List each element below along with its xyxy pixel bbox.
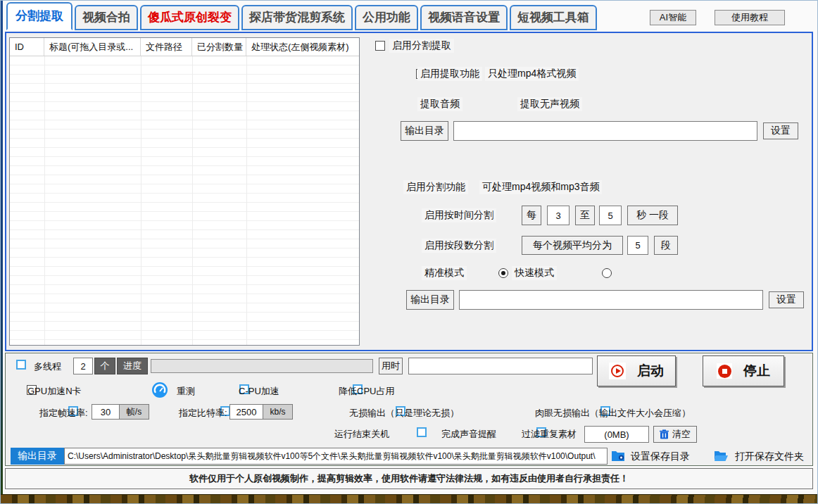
time-from-input[interactable] — [547, 206, 570, 225]
tab-common-functions[interactable]: 公用功能 — [355, 5, 418, 30]
enable-extract-label: 启用提取功能 — [417, 67, 482, 81]
grid-line — [192, 56, 193, 345]
extract-output-dir-input[interactable] — [453, 121, 757, 141]
multithread-checkbox[interactable] — [16, 360, 26, 370]
duplicate-size-box: (0MB) — [584, 426, 649, 443]
speedtest-gauge-icon[interactable] — [152, 382, 168, 401]
output-path-input[interactable] — [64, 448, 608, 465]
tab-voice-settings[interactable]: 视频语音设置 — [420, 5, 508, 30]
app-window: 分割提取 视频合拍 傻瓜式原创裂变 探店带货混剪系统 公用功能 视频语音设置 短… — [0, 0, 818, 504]
gpu-accel-label: GPU加速N卡 — [27, 385, 82, 398]
folder-open-icon[interactable] — [714, 450, 728, 465]
lossless-label: 无损输出（只是理论无损） — [349, 407, 459, 420]
extract-note-label: 只处理mp4格式视频 — [485, 67, 579, 81]
segment-unit-box: 段 — [654, 236, 678, 255]
thread-unit-button[interactable]: 个 — [94, 358, 115, 374]
tutorial-button[interactable]: 使用教程 — [715, 10, 785, 25]
folder-gear-icon[interactable] — [611, 450, 625, 465]
split-note-label: 可处理mp4视频和mp3音频 — [479, 180, 602, 194]
elapsed-time-input[interactable] — [408, 358, 593, 374]
split-output-dir-button[interactable]: 输出目录 — [406, 290, 454, 310]
clear-button-label: 清空 — [672, 428, 691, 441]
tab-video-duet[interactable]: 视频合拍 — [75, 5, 138, 30]
column-status[interactable]: 处理状态(左侧视频素材) — [246, 38, 359, 56]
shutdown-checkbox[interactable] — [417, 427, 427, 437]
segment-split-label: 启用按段数分割 — [422, 239, 496, 253]
stop-icon — [717, 363, 732, 379]
elapsed-time-label: 用时 — [379, 358, 403, 374]
avg-segments-box: 每个视频平均分为 — [522, 236, 623, 255]
filter-duplicate-label: 过滤重复素材 — [522, 428, 577, 441]
column-filepath[interactable]: 文件路径 — [141, 38, 192, 56]
segment-count-input[interactable] — [627, 236, 648, 255]
disclaimer-text: 软件仅用于个人原创视频制作，提高剪辑效率，使用软件请遵守法律法规，如有违反由使用… — [189, 472, 629, 485]
stop-button-label: 停止 — [743, 362, 770, 380]
precise-mode-radio[interactable] — [498, 268, 508, 278]
precise-mode-label: 精准模式 — [422, 266, 467, 280]
fast-mode-radio[interactable] — [602, 268, 612, 278]
output-dir-button[interactable]: 输出目录 — [11, 448, 64, 465]
extract-silent-label: 提取无声视频 — [517, 97, 582, 111]
split-output-dir-input[interactable] — [459, 290, 763, 310]
extract-output-dir-button[interactable]: 输出目录 — [401, 121, 448, 141]
enable-split-label: 启用分割功能 — [403, 180, 468, 194]
every-label-box: 每 — [522, 206, 541, 225]
bitrate-label: 指定比特率: — [179, 407, 227, 420]
multithread-label: 多线程 — [34, 360, 61, 373]
cpu-accel-label: C-PU加速 — [239, 385, 279, 398]
file-table-body[interactable] — [10, 56, 359, 345]
time-to-input[interactable] — [599, 206, 622, 225]
shutdown-label: 运行结束关机 — [334, 428, 389, 441]
file-table-header: ID 标题(可拖入目录或... 文件路径 已分割数量 处理状态(左侧视频素材) — [10, 38, 359, 56]
enable-split-extract-label: 启用分割提取 — [389, 39, 454, 53]
column-id[interactable]: ID — [10, 38, 44, 56]
split-settings-button[interactable]: 设置 — [769, 291, 804, 308]
disclaimer-bar: 软件仅用于个人原创视频制作，提高剪辑效率，使用软件请遵守法律法规，如有违反由使用… — [5, 468, 813, 489]
visual-lossless-label: 肉眼无损输出（输出文件大小会压缩） — [535, 407, 691, 420]
tab-bar: 分割提取 视频合拍 傻瓜式原创裂变 探店带货混剪系统 公用功能 视频语音设置 短… — [6, 4, 597, 30]
enable-split-extract-checkbox[interactable] — [375, 41, 385, 51]
desktop-wallpaper-strip — [1, 494, 818, 504]
column-title[interactable]: 标题(可拖入目录或... — [44, 38, 141, 56]
grid-line — [246, 56, 247, 345]
trash-icon — [660, 429, 669, 439]
extract-settings-button[interactable]: 设置 — [763, 122, 798, 139]
retest-label[interactable]: 重测 — [177, 385, 195, 398]
window-left-border — [1, 1, 3, 504]
column-split-count[interactable]: 已分割数量 — [192, 38, 246, 56]
bitrate-unit-box: kb/s — [263, 404, 293, 420]
start-button[interactable]: 启动 — [597, 355, 676, 386]
tab-split-extract[interactable]: 分割提取 — [6, 2, 73, 30]
clear-button[interactable]: 清空 — [653, 426, 697, 443]
progress-bar — [151, 359, 373, 373]
open-save-folder-label[interactable]: 打开保存文件夹 — [735, 451, 804, 463]
extract-audio-label: 提取音频 — [417, 97, 463, 111]
lower-cpu-label: 降低CPU占用 — [339, 385, 394, 398]
to-label-box: 至 — [575, 206, 595, 225]
time-split-label: 启用按时间分割 — [422, 208, 496, 222]
tab-shop-mix[interactable]: 探店带货混剪系统 — [241, 5, 353, 30]
main-panel: ID 标题(可拖入目录或... 文件路径 已分割数量 处理状态(左侧视频素材) … — [5, 32, 813, 351]
grid-line — [141, 56, 141, 345]
stop-button[interactable]: 停止 — [703, 355, 784, 386]
grid-line — [44, 56, 45, 345]
fps-unit-box: 帧/s — [120, 404, 149, 420]
fps-input[interactable] — [92, 404, 120, 420]
control-panel: 多线程 个 进度 用时 启动 停止 GPU加速N卡 重测 C-PU加速 降低CP… — [5, 353, 813, 466]
start-button-label: 启动 — [637, 362, 664, 380]
ai-button[interactable]: AI智能 — [650, 10, 696, 25]
fast-mode-label: 快速模式 — [512, 266, 557, 280]
tab-easy-original[interactable]: 傻瓜式原创裂变 — [140, 5, 239, 30]
thread-count-input[interactable] — [73, 358, 93, 374]
seconds-per-segment-box: 秒 一段 — [627, 206, 678, 225]
progress-label-button: 进度 — [117, 358, 148, 374]
file-table[interactable]: ID 标题(可拖入目录或... 文件路径 已分割数量 处理状态(左侧视频素材) — [9, 37, 360, 346]
sound-alert-label: 完成声音提醒 — [441, 428, 496, 441]
play-icon — [609, 363, 626, 379]
tab-short-video-toolbox[interactable]: 短视频工具箱 — [510, 5, 597, 30]
set-save-dir-label[interactable]: 设置保存目录 — [631, 451, 690, 463]
bitrate-input[interactable] — [229, 404, 263, 420]
fps-label: 指定帧速率: — [39, 407, 88, 420]
